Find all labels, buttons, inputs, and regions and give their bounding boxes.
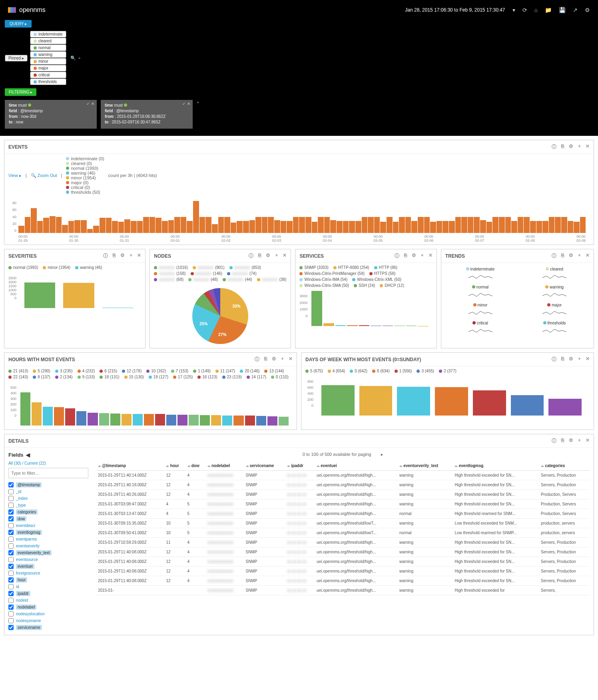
legend-item[interactable]: xxxxxxxx (901) bbox=[193, 265, 224, 270]
legend-item[interactable]: xxxxxxxx (158) bbox=[154, 271, 185, 276]
close-icon[interactable]: ✕ bbox=[289, 356, 293, 363]
close-icon[interactable]: ✕ bbox=[429, 253, 433, 259]
table-row[interactable]: 2015-01-30T09:50:41.000Z105 xxxxxxxxxxxx… bbox=[96, 528, 590, 538]
legend-item[interactable]: 12 (178) bbox=[122, 369, 142, 373]
field-checkbox[interactable] bbox=[8, 543, 14, 549]
legend-item[interactable]: 5 (675) bbox=[305, 369, 323, 373]
field-checkbox[interactable] bbox=[8, 618, 14, 623]
field-checkbox[interactable] bbox=[8, 571, 14, 576]
legend-item[interactable]: warning (46) bbox=[75, 265, 102, 270]
legend-item[interactable]: 17 (125) bbox=[173, 375, 193, 379]
field-checkbox[interactable] bbox=[8, 530, 14, 535]
column-header-eventseverity_text[interactable]: eventseverity_text bbox=[398, 461, 453, 471]
field-checkbox[interactable] bbox=[8, 503, 14, 508]
home-icon[interactable]: ⌂ bbox=[534, 7, 538, 13]
copy-icon[interactable]: ⎘ bbox=[561, 253, 564, 259]
field-checkbox[interactable] bbox=[8, 537, 14, 542]
plus-icon[interactable]: + bbox=[281, 356, 284, 363]
column-header-servicename[interactable]: servicename bbox=[244, 461, 286, 471]
legend-item[interactable]: 4 (232) bbox=[78, 369, 95, 373]
field-checkbox[interactable] bbox=[8, 605, 14, 610]
refresh-icon[interactable]: ⟳ bbox=[522, 7, 527, 13]
legend-item[interactable]: 1 (556) bbox=[395, 369, 412, 373]
legend-item[interactable]: HTTP (86) bbox=[374, 265, 398, 270]
legend-item[interactable]: xxxxxxxx (68) bbox=[154, 277, 183, 282]
legend-item[interactable]: normal (1993) bbox=[66, 166, 104, 171]
gear-icon[interactable]: ⚙ bbox=[266, 253, 270, 259]
field-item-eventseverity_text[interactable]: eventseverity_text bbox=[8, 549, 88, 556]
legend-item[interactable]: SSH (24) bbox=[354, 283, 375, 288]
legend-item[interactable]: critical (0) bbox=[66, 185, 104, 190]
table-row[interactable]: 2015-01-29T11:40:08.000Z124 xxxxxxxxxxxx… bbox=[96, 557, 590, 567]
field-item-dow[interactable]: dow bbox=[8, 515, 88, 522]
table-row[interactable]: 2015-01-29T11:40:08.000Z124 xxxxxxxxxxxx… bbox=[96, 567, 590, 576]
field-checkbox[interactable] bbox=[8, 523, 14, 528]
field-item-nodeid[interactable]: nodeid bbox=[8, 597, 88, 604]
search-icon[interactable]: 🔍 bbox=[70, 56, 76, 61]
plus-icon[interactable]: + bbox=[130, 253, 132, 259]
severity-pill-major[interactable]: major bbox=[30, 65, 66, 72]
field-checkbox[interactable] bbox=[8, 550, 14, 555]
field-checkbox[interactable] bbox=[8, 625, 14, 630]
legend-item[interactable]: major (0) bbox=[66, 180, 104, 185]
info-icon[interactable]: ⓘ bbox=[552, 143, 556, 150]
close-icon[interactable]: ✕ bbox=[91, 101, 94, 106]
close-icon[interactable]: ✕ bbox=[283, 253, 287, 259]
legend-item[interactable]: 16 (123) bbox=[197, 375, 217, 379]
field-checkbox[interactable] bbox=[8, 598, 14, 603]
field-item-eventdescr[interactable]: eventdescr bbox=[8, 522, 88, 529]
column-header-hour[interactable]: hour bbox=[164, 461, 185, 471]
fields-links[interactable]: All (30) / Current (22) bbox=[8, 461, 88, 465]
close-icon[interactable]: ✕ bbox=[586, 143, 590, 150]
legend-item[interactable]: xxxxxxxx (1016) bbox=[154, 265, 188, 270]
severity-pill-warning[interactable]: warning bbox=[30, 51, 66, 58]
legend-item[interactable]: 15 (130) bbox=[124, 375, 144, 379]
table-row[interactable]: 2015-01-29T11:40:26.000Z124 xxxxxxxxxxxx… bbox=[96, 490, 590, 499]
field-item-_type[interactable]: _type bbox=[8, 502, 88, 509]
legend-item[interactable]: 22 (143) bbox=[8, 375, 28, 379]
collapse-icon[interactable]: ◀ bbox=[26, 452, 30, 458]
gear-icon[interactable]: ⚙ bbox=[120, 253, 125, 259]
plus-icon[interactable]: + bbox=[578, 356, 581, 363]
plus-icon[interactable]: + bbox=[578, 438, 581, 444]
field-checkbox[interactable] bbox=[8, 516, 14, 521]
gear-icon[interactable]: ⚙ bbox=[569, 356, 573, 363]
column-header-dow[interactable]: dow bbox=[186, 461, 206, 471]
field-checkbox[interactable] bbox=[8, 509, 14, 515]
legend-item[interactable]: HTTPS (58) bbox=[369, 271, 395, 276]
gear-icon[interactable]: ⚙ bbox=[569, 143, 573, 150]
info-icon[interactable]: ⓘ bbox=[255, 356, 259, 363]
field-item-hour[interactable]: hour bbox=[8, 577, 88, 583]
field-item-@timestamp[interactable]: @timestamp bbox=[8, 481, 88, 488]
table-row[interactable]: 2015-01-29T11:40:18.000Z124 xxxxxxxxxxxx… bbox=[96, 480, 590, 490]
legend-item[interactable]: 3 (235) bbox=[55, 369, 73, 373]
save-icon[interactable]: 💾 bbox=[559, 7, 566, 13]
legend-item[interactable]: cleared (0) bbox=[66, 161, 104, 166]
next-page-icon[interactable]: ▸ bbox=[381, 452, 383, 457]
legend-item[interactable]: xxxxxxxx (146) bbox=[191, 271, 222, 276]
table-row[interactable]: 2015-01-30T09:15:35.000Z105 xxxxxxxxxxxx… bbox=[96, 519, 590, 528]
field-item-eventseverity[interactable]: eventseverity bbox=[8, 543, 88, 549]
field-item-_index[interactable]: _index bbox=[8, 495, 88, 502]
copy-icon[interactable]: ⎘ bbox=[404, 253, 407, 259]
info-icon[interactable]: ⓘ bbox=[552, 438, 556, 444]
fields-filter-input[interactable] bbox=[8, 468, 88, 478]
legend-item[interactable]: Windows-Citrix-IMA (54) bbox=[299, 277, 347, 282]
legend-item[interactable]: warning (46) bbox=[66, 171, 104, 175]
legend-item[interactable]: minor (1954) bbox=[43, 265, 70, 270]
field-item-servicename[interactable]: servicename bbox=[8, 624, 88, 631]
filtering-button[interactable]: FILTERING ▸ bbox=[5, 88, 36, 96]
info-icon[interactable]: ⓘ bbox=[103, 253, 108, 259]
chevron-down-icon[interactable]: ▾ bbox=[512, 7, 515, 13]
gear-icon[interactable]: ⚙ bbox=[569, 438, 573, 444]
view-link[interactable]: View ▸ bbox=[8, 173, 22, 178]
table-row[interactable]: 2015-01-29T11:40:14.000Z124 xxxxxxxxxxxx… bbox=[96, 471, 590, 480]
legend-item[interactable]: 0 (642) bbox=[350, 369, 367, 373]
legend-item[interactable]: 5 (290) bbox=[33, 369, 50, 373]
legend-item[interactable]: xxxxxxxx (38) bbox=[257, 277, 287, 282]
copy-icon[interactable]: ⎘ bbox=[561, 143, 564, 150]
severity-pill-thresholds[interactable]: thresholds bbox=[30, 78, 66, 85]
add-filter-icon[interactable]: + bbox=[197, 100, 199, 105]
legend-item[interactable]: 13 (144) bbox=[264, 369, 284, 373]
legend-item[interactable]: 8 (137) bbox=[33, 375, 50, 379]
